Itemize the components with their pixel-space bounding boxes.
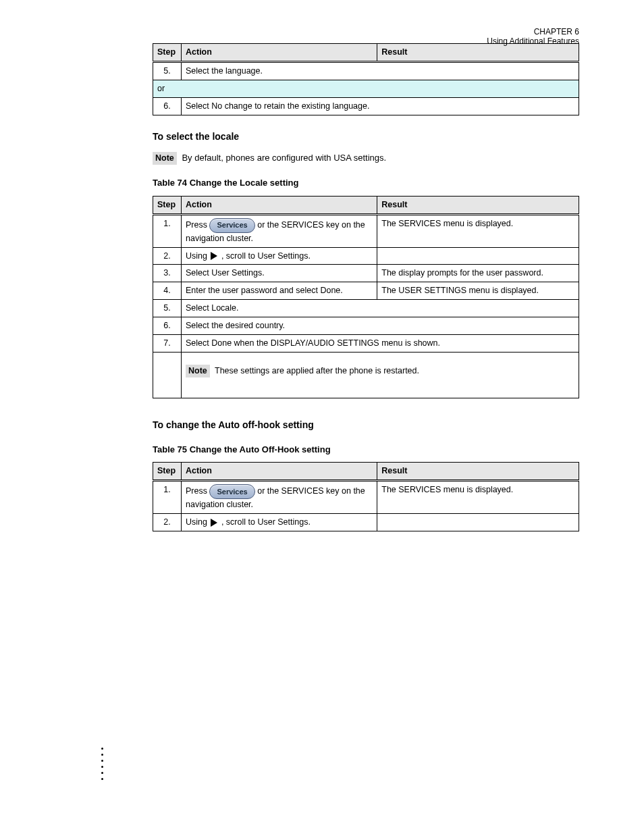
services-button[interactable]: Services <box>209 484 254 499</box>
action-text: , scroll to User Settings. <box>221 251 311 261</box>
table-row: 6. Select the desired country. <box>153 317 579 335</box>
action-cell: Select User Settings. <box>182 265 377 282</box>
step-cell <box>153 352 182 398</box>
procedure-table-prev: Step Action Result 5. Select the languag… <box>153 43 579 115</box>
step-cell: 2. <box>153 513 182 531</box>
table-row: 2. Using , scroll to User Settings. <box>153 247 579 265</box>
result-cell: The SERVICES menu is displayed. <box>377 481 579 514</box>
action-cell: Select Done when the DISPLAY/AUDIO SETTI… <box>182 334 579 352</box>
note-cell: Note These settings are applied after th… <box>182 352 579 398</box>
table-row-note: Note These settings are applied after th… <box>153 352 579 398</box>
procedure-table-autooffhook: Step Action Result 1. Press Services or … <box>153 462 579 531</box>
step-cell: 5. <box>153 300 182 317</box>
action-text: Press <box>186 220 209 230</box>
action-text: Using <box>186 517 209 527</box>
col-step: Step <box>153 196 182 214</box>
action-text: , scroll to User Settings. <box>221 517 311 527</box>
svg-marker-0 <box>211 252 217 260</box>
col-action: Action <box>182 463 377 481</box>
result-cell: The USER SETTINGS menu is displayed. <box>377 282 579 300</box>
col-step: Step <box>153 463 182 481</box>
action-cell: Using , scroll to User Settings. <box>182 513 377 531</box>
step-cell: 4. <box>153 282 182 300</box>
action-cell: Select Locale. <box>182 300 579 317</box>
step-cell: 1. <box>153 214 182 247</box>
action-cell: Select the desired country. <box>182 317 579 335</box>
chapter-label: CHAPTER 6 <box>487 27 579 36</box>
result-cell <box>377 247 579 265</box>
action-cell: Select the language. <box>182 61 579 80</box>
col-action: Action <box>182 44 377 62</box>
col-step: Step <box>153 44 182 62</box>
page-header: CHAPTER 6 Using Additional Features <box>487 27 579 46</box>
or-cell: or <box>153 80 579 97</box>
content-body: Step Action Result 5. Select the languag… <box>153 0 579 531</box>
table-caption: Table 75 Change the Auto Off-Hook settin… <box>153 444 579 456</box>
chapter-title: Using Additional Features <box>487 36 579 46</box>
procedure-table-locale: Step Action Result 1. Press Services or … <box>153 196 579 398</box>
step-cell: 7. <box>153 334 182 352</box>
page: CHAPTER 6 Using Additional Features Step… <box>0 0 644 834</box>
result-cell: The SERVICES menu is displayed. <box>377 214 579 247</box>
table-caption: Table 74 Change the Locale setting <box>153 177 579 189</box>
table-header-row: Step Action Result <box>153 463 579 481</box>
table-row-or: or <box>153 80 579 97</box>
table-header-row: Step Action Result <box>153 44 579 62</box>
action-cell: Press Services or the SERVICES key on th… <box>182 214 377 247</box>
table-row: 3. Select User Settings. The display pro… <box>153 265 579 282</box>
action-cell: Select No change to retain the existing … <box>182 97 579 115</box>
svg-marker-1 <box>211 519 217 527</box>
section-heading-autooffhook: To change the Auto off-hook setting <box>153 419 579 432</box>
step-cell: 3. <box>153 265 182 282</box>
note-block: Note By default, phones are configured w… <box>153 152 579 165</box>
table-header-row: Step Action Result <box>153 196 579 214</box>
col-action: Action <box>182 196 377 214</box>
footer-dot-rule <box>101 748 103 780</box>
table-row: 2. Using , scroll to User Settings. <box>153 513 579 531</box>
col-result: Result <box>377 44 579 62</box>
result-cell: The display prompts for the user passwor… <box>377 265 579 282</box>
note-label: Note <box>153 152 177 165</box>
step-cell: 6. <box>153 97 182 115</box>
step-cell: 6. <box>153 317 182 335</box>
table-row: 7. Select Done when the DISPLAY/AUDIO SE… <box>153 334 579 352</box>
nav-right-icon <box>209 518 219 527</box>
action-cell: Press Services or the SERVICES key on th… <box>182 481 377 514</box>
section-heading-locale: To select the locale <box>153 130 579 143</box>
action-text: Using <box>186 251 209 261</box>
step-cell: 5. <box>153 61 182 80</box>
step-cell: 1. <box>153 481 182 514</box>
table-row: 4. Enter the user password and select Do… <box>153 282 579 300</box>
col-result: Result <box>377 196 579 214</box>
table-row: 1. Press Services or the SERVICES key on… <box>153 214 579 247</box>
action-cell: Enter the user password and select Done. <box>182 282 377 300</box>
nav-right-icon <box>209 251 219 261</box>
table-row: 1. Press Services or the SERVICES key on… <box>153 481 579 514</box>
table-row: 5. Select the language. <box>153 61 579 80</box>
action-cell: Using , scroll to User Settings. <box>182 247 377 265</box>
table-row: 5. Select Locale. <box>153 300 579 317</box>
step-cell: 2. <box>153 247 182 265</box>
col-result: Result <box>377 463 579 481</box>
result-cell <box>377 513 579 531</box>
note-text: By default, phones are configured with U… <box>182 153 386 163</box>
note-text: These settings are applied after the pho… <box>215 366 419 375</box>
action-text: Press <box>186 486 209 496</box>
table-row: 6. Select No change to retain the existi… <box>153 97 579 115</box>
note-label: Note <box>186 365 210 377</box>
services-button[interactable]: Services <box>209 218 254 233</box>
